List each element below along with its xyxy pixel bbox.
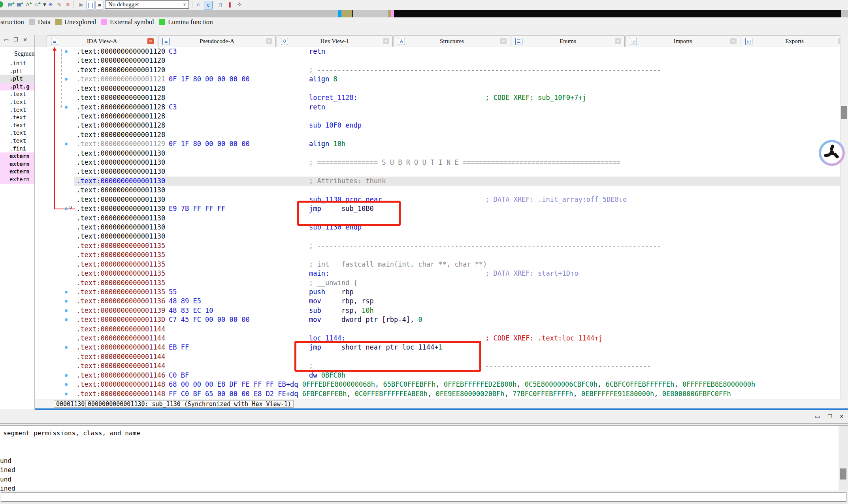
continue-icon[interactable]: ▶ <box>77 1 85 9</box>
tab-close-icon[interactable]: ✕ <box>266 38 272 44</box>
segment-item[interactable]: extern <box>0 152 35 160</box>
listing-line[interactable]: .text:0000000000001130 <box>51 167 840 176</box>
make-string-icon[interactable]: s+ <box>32 1 40 9</box>
float-icon[interactable]: ❐ <box>13 37 18 43</box>
navigator-band[interactable] <box>0 10 848 17</box>
tab-close-icon[interactable]: ✕ <box>147 38 154 44</box>
create-function-icon[interactable]: ✳ <box>47 1 55 9</box>
ida-view-a[interactable]: ➤ ∨ .text:0000000000001120C3retn.text:00… <box>35 47 840 399</box>
listing-line[interactable]: .text:0000000000001130 <box>51 186 840 195</box>
listing-line[interactable]: .text:000000000000113DC7 45 FC 00 00 00 … <box>51 315 840 324</box>
segment-item[interactable]: .text <box>0 122 35 130</box>
debugger-select[interactable]: No debugger ∨ <box>105 0 189 9</box>
nav-band-segment[interactable] <box>0 10 338 17</box>
listing-line[interactable]: .text:0000000000001144 <box>51 325 840 334</box>
listing-line[interactable]: .text:0000000000001128 <box>51 130 840 139</box>
segment-item[interactable]: .text <box>0 129 35 137</box>
scrollbar-thumb[interactable] <box>841 106 847 119</box>
step-over-icon[interactable]: c <box>204 1 213 9</box>
tab-exports[interactable]: ◱Exports✕ <box>741 35 848 47</box>
run-cursor-icon[interactable]: c <box>194 1 202 9</box>
nav-band-segment[interactable] <box>338 10 341 17</box>
keys-icon[interactable]: ✜ <box>236 1 243 9</box>
segment-item[interactable]: .plt <box>0 75 35 83</box>
segment-item[interactable]: .plt.g <box>0 83 35 91</box>
listing-line[interactable]: .text:0000000000001146C0 BFdw 0BFC0h <box>51 371 840 380</box>
listing-line[interactable]: .text:0000000000001130E9 7B FF FF FFjmp … <box>51 204 840 213</box>
segment-item[interactable]: .plt <box>0 68 35 75</box>
rename-icon[interactable]: A+ <box>24 1 32 9</box>
tab-close-icon[interactable]: ✕ <box>615 38 621 44</box>
segment-item[interactable]: extern <box>0 168 35 176</box>
listing-line[interactable]: .text:0000000000001130sub_1130 endp <box>51 223 840 232</box>
segment-item[interactable]: .text <box>0 90 35 98</box>
segment-item[interactable]: extern <box>0 160 35 168</box>
listing-line[interactable]: .text:00000000000011210F 1F 80 00 00 00 … <box>51 75 840 84</box>
nav-band-segment[interactable] <box>394 10 841 17</box>
listing-line[interactable]: .text:0000000000001148FF C0 BF 65 00 00 … <box>51 389 840 399</box>
listing-line[interactable]: .text:00000000000011290F 1F 80 00 00 00 … <box>51 139 840 149</box>
tab-close-icon[interactable]: ✕ <box>383 38 389 44</box>
listing-line[interactable]: .text:000000000000113648 89 E5mov rbp, r… <box>51 297 840 306</box>
listing-line[interactable]: .text:0000000000001135; ----------------… <box>51 241 840 250</box>
clipped-toolbar-icon[interactable] <box>0 1 3 8</box>
tab-close-icon[interactable]: ✕ <box>730 38 737 44</box>
edit-icon[interactable]: ✎ <box>55 1 63 9</box>
float-icon[interactable]: ❐ <box>827 413 833 419</box>
nav-band-segment[interactable] <box>841 10 848 17</box>
ida-logo-badge[interactable] <box>818 139 846 167</box>
listing-line[interactable]: .text:0000000000001120C3retn <box>51 47 840 56</box>
tab-close-icon[interactable]: ✕ <box>500 38 507 44</box>
listing-line[interactable]: .text:0000000000001128locret_1128:; CODE… <box>51 93 840 102</box>
listing-line[interactable]: .text:000000000000113555push rbp <box>51 288 840 297</box>
segment-item[interactable]: extern <box>0 176 35 184</box>
listing-line[interactable]: .text:0000000000001128 <box>51 84 840 93</box>
listing-line[interactable]: .text:0000000000001130sub_1130 proc near… <box>51 195 840 204</box>
listing-line[interactable]: .text:0000000000001120; ----------------… <box>51 66 840 75</box>
nav-band-segment[interactable] <box>391 10 394 17</box>
close-icon[interactable]: ✕ <box>23 37 27 43</box>
command-line-input[interactable] <box>1 492 846 502</box>
tab-enums[interactable]: ☰Enums✕ <box>511 35 625 47</box>
listing-line[interactable]: .text:0000000000001130; =============== … <box>51 158 840 167</box>
nav-band-segment[interactable] <box>353 10 388 17</box>
segment-item[interactable]: .text <box>0 106 35 114</box>
listing-line[interactable]: .text:0000000000001130; Attributes: thun… <box>51 177 840 186</box>
listing-line[interactable]: .text:0000000000001135; int __fastcall m… <box>51 260 840 269</box>
listing-line[interactable]: .text:0000000000001135main:; DATA XREF: … <box>51 269 840 278</box>
tab-pseudocode-a[interactable]: ≣Pseudocode-A✕ <box>158 35 276 47</box>
listing-line[interactable]: .text:0000000000001135; __unwind { <box>51 278 840 288</box>
tab-ida-view-a[interactable]: ≣IDA View-A✕ <box>47 35 157 47</box>
tab-structures[interactable]: AStructures✕ <box>394 35 510 47</box>
listing-line[interactable]: .text:0000000000001135 <box>51 250 840 260</box>
listing-line[interactable]: .text:0000000000001128sub_10F0 endp <box>51 121 840 130</box>
tab-hex-view-1[interactable]: 0Hex View-1✕ <box>277 35 393 47</box>
segment-item[interactable]: .text <box>0 114 35 122</box>
nav-band-segment[interactable] <box>388 10 391 17</box>
segment-item[interactable]: .text <box>0 137 35 145</box>
listing-line[interactable]: .text:0000000000001128C3retn <box>51 103 840 112</box>
maximize-icon[interactable]: ▭ <box>815 413 820 419</box>
segment-item[interactable]: .init <box>0 60 35 68</box>
output-scrollbar[interactable] <box>839 426 848 491</box>
listing-line[interactable]: .text:0000000000001130 <box>51 232 840 241</box>
tab-imports[interactable]: ◲Imports✕ <box>626 35 740 47</box>
nav-band-segment[interactable] <box>341 10 352 17</box>
listing-line[interactable]: .text:000000000000114868 00 00 00 E8 DF … <box>51 380 840 389</box>
make-code-icon[interactable]: ▤+ <box>6 1 14 9</box>
listing-line[interactable]: .text:000000000000113948 83 EC 10sub rsp… <box>51 306 840 315</box>
notebook-icon[interactable]: ▯ <box>217 1 224 9</box>
listing-line[interactable]: .text:0000000000001120 <box>51 56 840 65</box>
restore-icon[interactable]: ▭ <box>4 37 9 43</box>
listing-line[interactable]: .text:0000000000001130 <box>51 149 840 158</box>
suspend-icon[interactable]: ❘❘ <box>86 1 95 9</box>
listing-line[interactable]: .text:0000000000001128 <box>51 112 840 121</box>
listing-line[interactable]: .text:0000000000001130 <box>51 214 840 223</box>
stop-icon[interactable]: ■ <box>95 1 104 9</box>
segment-item[interactable]: .fini <box>0 145 35 153</box>
make-data-icon[interactable]: ▦+ <box>15 1 23 9</box>
segment-item[interactable]: .text <box>0 98 35 106</box>
delete-icon[interactable]: ✕ <box>64 1 72 9</box>
close-icon[interactable]: ✕ <box>839 413 844 419</box>
listing-scrollbar[interactable] <box>840 35 848 399</box>
